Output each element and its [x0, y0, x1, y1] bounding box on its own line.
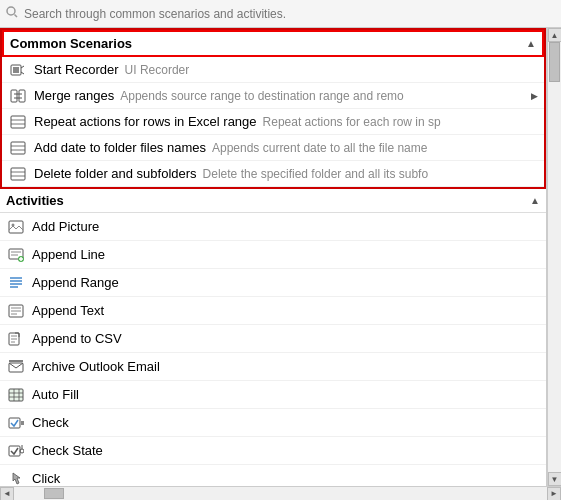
scroll-down-arrow[interactable]: ▼: [548, 472, 562, 486]
vertical-scrollbar[interactable]: ▲ ▼: [547, 28, 561, 486]
activity-label-add-picture: Add Picture: [32, 219, 99, 234]
scenario-desc-add-date: Appends current date to all the file nam…: [212, 141, 427, 155]
horizontal-scrollbar[interactable]: ◄ ►: [0, 486, 561, 500]
auto-fill-icon: [6, 387, 26, 403]
scenario-label-repeat: Repeat actions for rows in Excel range: [34, 114, 257, 129]
scenario-item-repeat-actions[interactable]: Repeat actions for rows in Excel range R…: [2, 109, 544, 135]
activity-item-append-csv[interactable]: Append to CSV: [0, 325, 546, 353]
scenario-item-start-recorder[interactable]: Start Recorder UI Recorder: [2, 57, 544, 83]
svg-rect-3: [13, 67, 19, 73]
recorder-icon: [8, 62, 28, 78]
svg-rect-6: [11, 90, 17, 102]
append-text-icon: [6, 303, 26, 319]
add-date-icon: [8, 140, 28, 156]
scrollbar-track[interactable]: [548, 42, 561, 472]
scenario-label-delete-folder: Delete folder and subfolders: [34, 166, 197, 181]
scenario-item-merge-ranges[interactable]: Merge ranges Appends source range to des…: [2, 83, 544, 109]
activity-label-check: Check: [32, 415, 69, 430]
common-scenarios-label: Common Scenarios: [10, 36, 132, 51]
svg-rect-49: [21, 421, 24, 425]
search-input[interactable]: [24, 7, 555, 21]
list-panel: Common Scenarios ▲ Start Recorder UI Rec…: [0, 28, 547, 486]
scenario-label-add-date: Add date to folder files names: [34, 140, 206, 155]
scrollbar-thumb[interactable]: [549, 42, 560, 82]
main-content: Common Scenarios ▲ Start Recorder UI Rec…: [0, 28, 561, 486]
svg-rect-7: [19, 90, 25, 102]
activity-item-check-state[interactable]: Check State: [0, 437, 546, 465]
activity-label-append-csv: Append to CSV: [32, 331, 122, 346]
scenario-label-start-recorder: Start Recorder: [34, 62, 119, 77]
scenario-item-delete-folder[interactable]: Delete folder and subfolders Delete the …: [2, 161, 544, 187]
scenario-desc-delete-folder: Delete the specified folder and all its …: [203, 167, 428, 181]
activity-item-add-picture[interactable]: Add Picture: [0, 213, 546, 241]
activity-item-archive-outlook[interactable]: Archive Outlook Email: [0, 353, 546, 381]
archive-outlook-icon: [6, 359, 26, 375]
scenario-desc-start-recorder: UI Recorder: [125, 63, 190, 77]
activity-label-click: Click: [32, 471, 60, 486]
activity-label-check-state: Check State: [32, 443, 103, 458]
click-icon: [6, 471, 26, 487]
activity-item-auto-fill[interactable]: Auto Fill: [0, 381, 546, 409]
merge-ranges-icon: [8, 88, 28, 104]
activity-label-archive-outlook: Archive Outlook Email: [32, 359, 160, 374]
scroll-left-arrow[interactable]: ◄: [0, 487, 14, 501]
svg-rect-16: [11, 168, 25, 180]
activities-header: Activities ▲: [0, 189, 546, 213]
activity-label-append-line: Append Line: [32, 247, 105, 262]
common-scenarios-arrow: ▲: [526, 38, 536, 49]
add-picture-icon: [6, 219, 26, 235]
svg-rect-13: [11, 142, 25, 154]
common-scenarios-header: Common Scenarios ▲: [2, 30, 544, 57]
activity-label-append-range: Append Range: [32, 275, 119, 290]
scenario-desc-repeat: Repeat actions for each row in sp: [263, 115, 441, 129]
search-icon: [6, 6, 18, 21]
scenario-label-merge-ranges: Merge ranges: [34, 88, 114, 103]
scroll-right-arrow[interactable]: ►: [547, 487, 561, 501]
common-scenarios-block: Common Scenarios ▲ Start Recorder UI Rec…: [0, 28, 546, 189]
svg-rect-19: [9, 221, 23, 233]
repeat-actions-icon: [8, 114, 28, 130]
delete-folder-icon: [8, 166, 28, 182]
activity-item-append-range[interactable]: Append Range: [0, 269, 546, 297]
activity-item-append-text[interactable]: Append Text: [0, 297, 546, 325]
search-bar: [0, 0, 561, 28]
append-line-icon: [6, 247, 26, 263]
svg-point-51: [20, 449, 24, 453]
scroll-up-arrow[interactable]: ▲: [548, 28, 562, 42]
svg-rect-43: [9, 389, 23, 401]
horizontal-scrollbar-track[interactable]: [14, 487, 547, 500]
check-icon: [6, 415, 26, 431]
append-csv-icon: [6, 331, 26, 347]
scenario-desc-merge-ranges: Appends source range to destination rang…: [120, 89, 404, 103]
horizontal-scrollbar-thumb[interactable]: [44, 488, 64, 499]
svg-rect-10: [11, 116, 25, 128]
scenario-item-add-date[interactable]: Add date to folder files names Appends c…: [2, 135, 544, 161]
activity-item-check[interactable]: Check: [0, 409, 546, 437]
activity-label-auto-fill: Auto Fill: [32, 387, 79, 402]
svg-point-0: [7, 7, 15, 15]
activities-arrow: ▲: [530, 195, 540, 206]
activity-item-click[interactable]: Click: [0, 465, 546, 486]
svg-line-1: [15, 15, 18, 18]
check-state-icon: [6, 443, 26, 459]
append-range-icon: [6, 275, 26, 291]
activity-item-append-line[interactable]: Append Line: [0, 241, 546, 269]
activities-label: Activities: [6, 193, 64, 208]
activity-label-append-text: Append Text: [32, 303, 104, 318]
